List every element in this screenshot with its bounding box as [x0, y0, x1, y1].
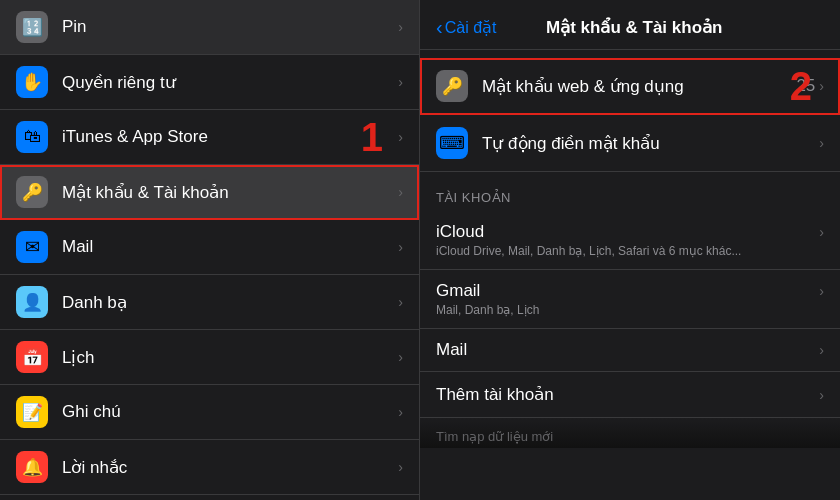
web-passwords-label: Mật khẩu web & ứng dụng — [482, 76, 796, 97]
gmail-account-row: Gmail › — [436, 281, 824, 301]
chevron-icon: › — [398, 19, 403, 35]
chevron-icon: › — [398, 459, 403, 475]
key-icon: 🔑 — [16, 176, 48, 208]
add-account-label: Thêm tài khoản — [436, 384, 554, 405]
sidebar-item-label: Danh bạ — [62, 292, 390, 313]
right-panel: ‹ Cài đặt Mật khẩu & Tài khoản 🔑 Mật khẩ… — [420, 0, 840, 500]
sidebar-item-label: Lời nhắc — [62, 457, 390, 478]
web-passwords-text: Mật khẩu web & ứng dụng — [482, 76, 796, 97]
mail-account-row: Mail › — [436, 340, 824, 360]
sidebar-item-calendar[interactable]: 📅 Lịch › — [0, 330, 419, 385]
sidebar-item-label: Pin — [62, 17, 390, 37]
bottom-hint-text: Tìm nạp dữ liệu mới — [436, 429, 553, 444]
pin-icon: 🔢 — [16, 11, 48, 43]
back-button[interactable]: ‹ Cài đặt — [436, 16, 496, 39]
chevron-icon: › — [398, 239, 403, 255]
mail-account-item[interactable]: Mail › — [420, 329, 840, 372]
sidebar-item-pin[interactable]: 🔢 Pin › — [0, 0, 419, 55]
sidebar-item-label: Mật khẩu & Tài khoản — [62, 182, 390, 203]
sidebar-item-label: Mail — [62, 237, 390, 257]
chevron-icon: › — [398, 349, 403, 365]
sidebar-item-notes[interactable]: 📝 Ghi chú › — [0, 385, 419, 440]
sidebar-item-privacy[interactable]: ✋ Quyền riêng tư › — [0, 55, 419, 110]
add-account-item[interactable]: Thêm tài khoản › — [420, 372, 840, 418]
keyboard-icon: ⌨ — [436, 127, 468, 159]
sidebar-item-label: Ghi chú — [62, 402, 390, 422]
sidebar-item-contacts[interactable]: 👤 Danh bạ › — [0, 275, 419, 330]
chevron-icon: › — [819, 78, 824, 94]
bottom-fade: Tìm nạp dữ liệu mới — [420, 418, 840, 448]
key-icon: 🔑 — [436, 70, 468, 102]
chevron-icon: › — [398, 294, 403, 310]
autofill-text: Tự động điền mật khẩu — [482, 133, 819, 154]
right-header: ‹ Cài đặt Mật khẩu & Tài khoản — [420, 0, 840, 50]
accounts-section-label: TÀI KHOẢN — [420, 172, 840, 211]
gmail-account-item[interactable]: Gmail › Mail, Danh bạ, Lịch — [420, 270, 840, 329]
icloud-account-row: iCloud › — [436, 222, 824, 242]
sidebar-item-label: Quyền riêng tư — [62, 72, 390, 93]
mail-icon: ✉ — [16, 231, 48, 263]
sidebar-item-itunes[interactable]: 🛍 iTunes & App Store › 1 — [0, 110, 419, 165]
mail-account-name: Mail — [436, 340, 467, 360]
web-passwords-item[interactable]: 🔑 Mật khẩu web & ứng dụng 25 › 2 — [420, 58, 840, 115]
icloud-account-name: iCloud — [436, 222, 484, 242]
chevron-icon: › — [398, 74, 403, 90]
step-2-label: 2 — [790, 66, 812, 106]
sidebar-item-mail[interactable]: ✉ Mail › — [0, 220, 419, 275]
sidebar-item-matkhau[interactable]: 🔑 Mật khẩu & Tài khoản › — [0, 165, 419, 220]
page-title: Mật khẩu & Tài khoản — [504, 17, 764, 38]
reminders-icon: 🔔 — [16, 451, 48, 483]
contacts-icon: 👤 — [16, 286, 48, 318]
back-label: Cài đặt — [445, 18, 497, 37]
itunes-icon: 🛍 — [16, 121, 48, 153]
chevron-icon: › — [398, 404, 403, 420]
notes-icon: 📝 — [16, 396, 48, 428]
back-chevron-icon: ‹ — [436, 16, 443, 39]
gmail-account-detail: Mail, Danh bạ, Lịch — [436, 303, 824, 317]
step-1-label: 1 — [361, 117, 383, 157]
sidebar-item-label: iTunes & App Store — [62, 127, 390, 147]
autofill-label: Tự động điền mật khẩu — [482, 133, 819, 154]
icloud-account-detail: iCloud Drive, Mail, Danh bạ, Lịch, Safar… — [436, 244, 824, 258]
chevron-icon: › — [819, 387, 824, 403]
gmail-account-name: Gmail — [436, 281, 480, 301]
left-panel: 🔢 Pin › ✋ Quyền riêng tư › 🛍 iTunes & Ap… — [0, 0, 420, 500]
chevron-icon: › — [398, 184, 403, 200]
chevron-icon: › — [819, 342, 824, 358]
privacy-icon: ✋ — [16, 66, 48, 98]
chevron-icon: › — [819, 283, 824, 299]
sidebar-item-voicememo[interactable]: 🎙 Ghi âm › — [0, 495, 419, 500]
sidebar-item-label: Lịch — [62, 347, 390, 368]
right-content: 🔑 Mật khẩu web & ứng dụng 25 › 2 ⌨ Tự độ… — [420, 50, 840, 500]
calendar-icon: 📅 — [16, 341, 48, 373]
icloud-account-item[interactable]: iCloud › iCloud Drive, Mail, Danh bạ, Lị… — [420, 211, 840, 270]
chevron-icon: › — [398, 129, 403, 145]
sidebar-item-reminders[interactable]: 🔔 Lời nhắc › — [0, 440, 419, 495]
chevron-icon: › — [819, 224, 824, 240]
chevron-icon: › — [819, 135, 824, 151]
autofill-item[interactable]: ⌨ Tự động điền mật khẩu › — [420, 115, 840, 172]
